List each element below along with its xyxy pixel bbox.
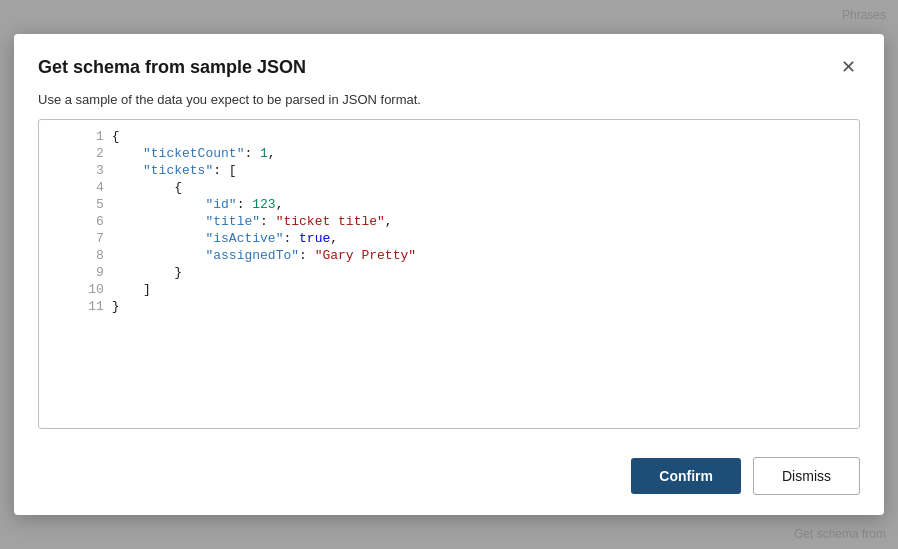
line-number: 7 xyxy=(51,230,108,247)
code-line-1: 1 { xyxy=(51,128,847,145)
line-number: 11 xyxy=(51,298,108,315)
code-content: "isActive": true, xyxy=(108,230,847,247)
line-number: 10 xyxy=(51,281,108,298)
code-content: "ticketCount": 1, xyxy=(108,145,847,162)
dialog-subtitle: Use a sample of the data you expect to b… xyxy=(14,92,884,119)
dismiss-button[interactable]: Dismiss xyxy=(753,457,860,495)
line-number: 5 xyxy=(51,196,108,213)
code-line-3: 3 "tickets": [ xyxy=(51,162,847,179)
confirm-button[interactable]: Confirm xyxy=(631,458,741,494)
code-line-2: 2 "ticketCount": 1, xyxy=(51,145,847,162)
line-number: 1 xyxy=(51,128,108,145)
line-number: 2 xyxy=(51,145,108,162)
code-content: ] xyxy=(108,281,847,298)
code-line-5: 5 "id": 123, xyxy=(51,196,847,213)
code-line-8: 8 "assignedTo": "Gary Pretty" xyxy=(51,247,847,264)
line-number: 6 xyxy=(51,213,108,230)
code-line-6: 6 "title": "ticket title", xyxy=(51,213,847,230)
code-content: { xyxy=(108,128,847,145)
dialog-footer: Confirm Dismiss xyxy=(14,445,884,515)
code-table: 1 { 2 "ticketCount": 1, 3 "tickets": [ xyxy=(51,128,847,315)
code-content: "tickets": [ xyxy=(108,162,847,179)
code-line-11: 11 } xyxy=(51,298,847,315)
dialog-title: Get schema from sample JSON xyxy=(38,57,306,78)
code-content: { xyxy=(108,179,847,196)
dialog-header: Get schema from sample JSON ✕ xyxy=(14,34,884,92)
code-content: "assignedTo": "Gary Pretty" xyxy=(108,247,847,264)
backdrop: Phrases Get schema from Get schema from … xyxy=(0,0,898,549)
code-line-9: 9 } xyxy=(51,264,847,281)
dialog: Get schema from sample JSON ✕ Use a samp… xyxy=(14,34,884,515)
code-content: "title": "ticket title", xyxy=(108,213,847,230)
line-number: 4 xyxy=(51,179,108,196)
code-line-10: 10 ] xyxy=(51,281,847,298)
close-button[interactable]: ✕ xyxy=(837,54,860,80)
code-content: } xyxy=(108,264,847,281)
line-number: 9 xyxy=(51,264,108,281)
code-line-4: 4 { xyxy=(51,179,847,196)
code-line-7: 7 "isActive": true, xyxy=(51,230,847,247)
line-number: 3 xyxy=(51,162,108,179)
code-editor[interactable]: 1 { 2 "ticketCount": 1, 3 "tickets": [ xyxy=(38,119,860,429)
bg-hint-bottom: Get schema from xyxy=(794,527,886,541)
code-content: } xyxy=(108,298,847,315)
bg-hint-top: Phrases xyxy=(842,8,886,22)
code-content: "id": 123, xyxy=(108,196,847,213)
line-number: 8 xyxy=(51,247,108,264)
